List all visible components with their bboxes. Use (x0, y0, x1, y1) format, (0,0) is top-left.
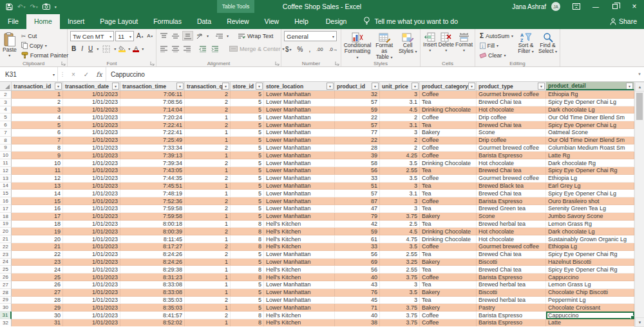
cell-store_location-row23[interactable]: Lower Manhattan (264, 251, 335, 259)
cell-store_id-row10[interactable]: 5 (231, 152, 264, 159)
cell-store_id-row32[interactable]: 8 (231, 319, 264, 326)
cell-transaction_qty-row18[interactable]: 1 (185, 213, 231, 221)
cell-transaction_date-row22[interactable]: 1/01/2023 (63, 243, 120, 251)
cell-unit_price-row7[interactable]: 3 (380, 129, 420, 137)
cell-transaction_date-row26[interactable]: 1/01/2023 (63, 273, 120, 281)
cell-transaction_time-row3[interactable]: 7:08:56 (120, 99, 185, 106)
cell-product_id-row9[interactable]: 28 (335, 144, 380, 152)
cell-transaction_id-row7[interactable]: 6 (12, 129, 63, 137)
cell-store_id-row17[interactable]: 5 (231, 205, 264, 213)
minimize-button[interactable]: — (586, 0, 605, 13)
cell-store_id-row16[interactable]: 5 (231, 197, 264, 205)
cell-product_id-row7[interactable]: 77 (335, 129, 380, 137)
cell-transaction_qty-row14[interactable]: 1 (185, 183, 231, 190)
cell-unit_price-row12[interactable]: 2.55 (380, 167, 420, 175)
row-number-23[interactable]: 23 (0, 251, 12, 259)
cell-transaction_id-row19[interactable]: 18 (12, 221, 63, 228)
row-number-20[interactable]: 20 (0, 228, 12, 235)
cell-product_detail-row23[interactable]: Spicy Eye Opener Chai Rg (546, 251, 634, 259)
cell-transaction_qty-row13[interactable]: 2 (185, 175, 231, 183)
cell-unit_price-row18[interactable]: 3.75 (380, 213, 420, 221)
cell-transaction_date-row5[interactable]: 1/01/2023 (63, 114, 120, 121)
column-header-store_location[interactable]: store_location▾ (264, 82, 335, 90)
row-number-25[interactable]: 25 (0, 266, 12, 273)
cell-unit_price-row26[interactable]: 3.75 (380, 273, 420, 281)
cell-transaction_id-row12[interactable]: 11 (12, 167, 63, 175)
cell-store_location-row21[interactable]: Hell's Kitchen (264, 235, 335, 243)
cell-transaction_id-row14[interactable]: 13 (12, 183, 63, 190)
cell-product_detail-row19[interactable]: Lemon Grass Rg (546, 221, 634, 228)
undo-button[interactable]: ↶▾ (17, 3, 25, 10)
cell-transaction_id-row27[interactable]: 26 (12, 281, 63, 289)
comma-style-button[interactable]: , (307, 45, 312, 54)
cell-product_detail-row24[interactable]: Hazelnut Biscotti (546, 259, 634, 266)
cell-product_category-row22[interactable]: Coffee (420, 243, 477, 251)
cell-store_location-row9[interactable]: Lower Manhattan (264, 144, 335, 152)
cell-transaction_date-row16[interactable]: 1/01/2023 (63, 197, 120, 205)
cell-product_detail-row6[interactable]: Spicy Eye Opener Chai Lg (546, 121, 634, 129)
column-header-product_type[interactable]: product_type▾ (477, 82, 546, 90)
cancel-button[interactable]: × (67, 67, 80, 81)
cell-product_id-row27[interactable]: 43 (335, 281, 380, 289)
cell-unit_price-row2[interactable]: 3 (380, 91, 420, 99)
cell-transaction_time-row4[interactable]: 7:14:04 (120, 106, 185, 114)
row-number-21[interactable]: 21 (0, 235, 12, 243)
tab-view[interactable]: View (257, 14, 287, 29)
cell-product_category-row3[interactable]: Tea (420, 99, 477, 106)
cell-transaction_date-row24[interactable]: 1/01/2023 (63, 259, 120, 266)
cell-product_category-row2[interactable]: Coffee (420, 91, 477, 99)
customize-qat-button[interactable]: ▾ (55, 5, 57, 9)
cell-product_category-row19[interactable]: Tea (420, 221, 477, 228)
cell-product_detail-row12[interactable]: Spicy Eye Opener Chai Rg (546, 167, 634, 175)
alignment-dialog-launcher[interactable] (275, 61, 279, 66)
orientation-button[interactable]: ab (195, 31, 205, 41)
cell-product_id-row14[interactable]: 51 (335, 183, 380, 190)
cell-store_location-row20[interactable]: Hell's Kitchen (264, 228, 335, 235)
cell-product_id-row5[interactable]: 22 (335, 114, 380, 121)
row-number-30[interactable]: 30 (0, 304, 12, 312)
bottom-align-button[interactable] (182, 31, 193, 41)
cell-transaction_id-row18[interactable]: 17 (12, 213, 63, 221)
cell-product_category-row20[interactable]: Drinking Chocolate (420, 228, 477, 235)
row-number-18[interactable]: 18 (0, 213, 12, 221)
cell-store_location-row29[interactable]: Lower Manhattan (264, 297, 335, 304)
cell-transaction_date-row9[interactable]: 1/01/2023 (63, 144, 120, 152)
cell-transaction_qty-row25[interactable]: 1 (185, 266, 231, 273)
cell-transaction_time-row19[interactable]: 8:00:18 (120, 221, 185, 228)
cell-transaction_id-row26[interactable]: 25 (12, 273, 63, 281)
cell-transaction_date-row21[interactable]: 1/01/2023 (63, 235, 120, 243)
cell-product_category-row12[interactable]: Tea (420, 167, 477, 175)
cell-transaction_date-row8[interactable]: 1/01/2023 (63, 137, 120, 144)
cell-transaction_date-row25[interactable]: 1/01/2023 (63, 266, 120, 273)
cell-store_id-row30[interactable]: 5 (231, 304, 264, 312)
cell-product_detail-row28[interactable]: Chocolate Chip Biscotti (546, 289, 634, 297)
cell-product_id-row13[interactable]: 33 (335, 175, 380, 183)
cell-store_id-row6[interactable]: 5 (231, 121, 264, 129)
cell-product_id-row2[interactable]: 32 (335, 91, 380, 99)
cell-store_id-row31[interactable]: 8 (231, 312, 264, 319)
row-number-8[interactable]: 8 (0, 137, 12, 144)
cell-product_id-row15[interactable]: 57 (335, 190, 380, 197)
cell-store_location-row12[interactable]: Lower Manhattan (264, 167, 335, 175)
cell-store_id-row18[interactable]: 5 (231, 213, 264, 221)
decrease-decimal-button[interactable]: .0→ (328, 45, 339, 54)
cell-product_type-row18[interactable]: Scone (477, 213, 546, 221)
cell-transaction_time-row30[interactable]: 8:35:03 (120, 304, 185, 312)
cell-unit_price-row32[interactable]: 3.75 (380, 319, 420, 326)
cell-transaction_date-row20[interactable]: 1/01/2023 (63, 228, 120, 235)
cell-transaction_time-row6[interactable]: 7:22:41 (120, 121, 185, 129)
cell-store_location-row24[interactable]: Lower Manhattan (264, 259, 335, 266)
cell-product_id-row22[interactable]: 33 (335, 243, 380, 251)
cell-transaction_time-row9[interactable]: 7:33:34 (120, 144, 185, 152)
cell-product_id-row18[interactable]: 79 (335, 213, 380, 221)
formula-input[interactable]: Cappuccino (106, 67, 635, 81)
tab-design[interactable]: Design (318, 14, 355, 29)
row-number-5[interactable]: 5 (0, 114, 12, 121)
cell-store_id-row14[interactable]: 5 (231, 183, 264, 190)
cell-store_id-row4[interactable]: 5 (231, 106, 264, 114)
insert-function-button[interactable]: fx (93, 67, 106, 81)
cell-product_type-row22[interactable]: Gourmet brewed coffee (477, 243, 546, 251)
column-header-store_id[interactable]: store_id▾ (231, 82, 264, 90)
cell-product_category-row25[interactable]: Tea (420, 266, 477, 273)
row-number-32[interactable]: 32 (0, 319, 12, 326)
